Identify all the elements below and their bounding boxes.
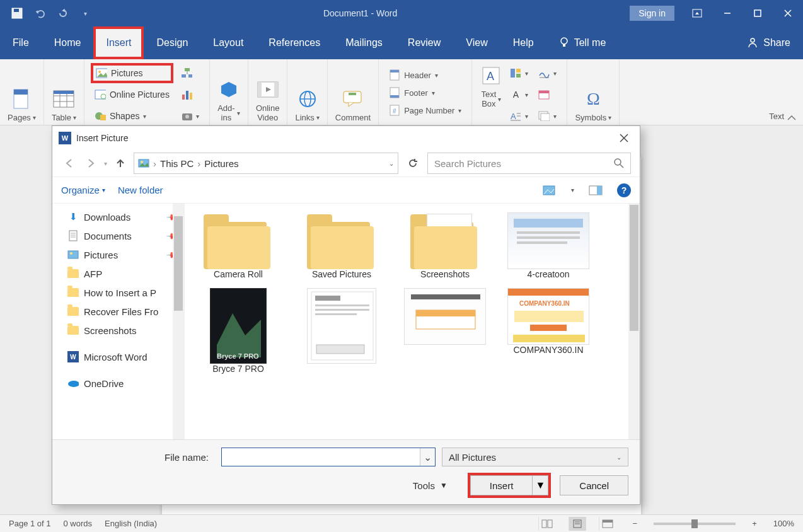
signature-line-button[interactable]: ▾ (536, 64, 559, 82)
insert-button[interactable]: Insert (470, 475, 533, 495)
share-button[interactable]: Share (734, 37, 803, 49)
insert-dropdown-icon[interactable]: ▼ (532, 475, 548, 495)
file-type-filter[interactable]: All Pictures⌄ (442, 448, 628, 466)
refresh-icon[interactable] (403, 153, 422, 174)
read-mode-icon[interactable] (538, 517, 556, 531)
address-dropdown-icon[interactable]: ⌄ (389, 160, 394, 167)
file-item-doc2[interactable] (395, 288, 495, 374)
tab-review[interactable]: Review (395, 26, 453, 59)
zoom-slider[interactable] (654, 523, 736, 525)
header-button[interactable]: Header▾ (386, 66, 441, 84)
web-layout-icon[interactable] (599, 517, 616, 531)
tree-item-onedrive[interactable]: OneDrive (52, 374, 184, 393)
pictures-button[interactable]: Pictures (92, 64, 172, 82)
ribbon-group-comment[interactable]: Comment (328, 59, 379, 125)
file-item-doc1[interactable] (292, 288, 391, 374)
shapes-button[interactable]: Shapes▾ (92, 107, 172, 125)
breadcrumb-this-pc[interactable]: This PC (160, 158, 194, 169)
tree-item-afp[interactable]: AFP (52, 264, 184, 283)
file-item-screenshots[interactable]: Screenshots (395, 212, 495, 279)
date-time-button[interactable] (536, 86, 559, 103)
file-name-input[interactable]: ⌄ (221, 448, 436, 466)
tab-help[interactable]: Help (500, 26, 546, 59)
tree-item-word[interactable]: WMicrosoft Word (52, 347, 184, 366)
tab-home[interactable]: Home (42, 26, 94, 59)
tab-mailings[interactable]: Mailings (333, 26, 395, 59)
status-language[interactable]: English (India) (105, 519, 157, 528)
zoom-level[interactable]: 100% (773, 519, 794, 528)
tree-scrollbar[interactable] (173, 204, 184, 439)
minimize-icon[interactable] (712, 0, 742, 26)
collapse-ribbon-icon[interactable] (787, 115, 797, 121)
ribbon-group-symbols[interactable]: Ω Symbols▾ (567, 59, 620, 125)
ribbon-group-pages[interactable]: Pages▾ (0, 59, 44, 125)
zoom-out-icon[interactable]: − (629, 519, 642, 528)
quick-parts-button[interactable]: ▾ (507, 64, 531, 82)
ribbon-group-addins[interactable]: Add- ins▾ (210, 59, 248, 125)
new-folder-button[interactable]: New folder (118, 185, 163, 195)
tab-references[interactable]: References (256, 26, 333, 59)
undo-icon[interactable] (34, 8, 45, 19)
tree-item-pictures[interactable]: Pictures📌 (52, 245, 184, 264)
nav-recent-icon[interactable]: ▾ (104, 160, 107, 167)
smartart-button[interactable] (178, 64, 202, 82)
search-input[interactable]: Search Pictures (427, 153, 631, 174)
files-scrollbar[interactable] (628, 204, 640, 439)
tab-layout[interactable]: Layout (200, 26, 256, 59)
preview-pane-button[interactable] (587, 183, 604, 197)
address-bar[interactable]: › This PC › Pictures ⌄ (134, 153, 398, 174)
print-layout-icon[interactable] (569, 517, 586, 531)
ribbon-group-table[interactable]: Table▾ (44, 59, 84, 125)
qat-dropdown-icon[interactable]: ▾ (79, 8, 91, 19)
save-icon[interactable] (11, 8, 23, 19)
signin-button[interactable]: Sign in (630, 6, 674, 21)
tab-view[interactable]: View (453, 26, 500, 59)
ribbon-group-links[interactable]: Links▾ (287, 59, 327, 125)
object-button[interactable]: ▾ (536, 107, 559, 125)
online-pictures-button[interactable]: Online Pictures (92, 86, 172, 103)
chart-button[interactable] (178, 86, 202, 103)
redo-icon[interactable] (57, 8, 68, 19)
view-mode-dropdown-icon[interactable]: ▾ (571, 187, 574, 194)
file-item-company360[interactable]: COMPANY360.INCOMPANY360.IN (499, 288, 598, 374)
screenshot-button[interactable]: ▾ (178, 107, 202, 125)
nav-up-icon[interactable] (112, 155, 129, 171)
file-item-camera-roll[interactable]: Camera Roll (188, 212, 288, 279)
organize-button[interactable]: Organize ▾ (61, 185, 105, 195)
breadcrumb-pictures[interactable]: Pictures (204, 158, 238, 169)
status-page[interactable]: Page 1 of 1 (9, 519, 51, 528)
file-name-dropdown-icon[interactable]: ⌄ (420, 448, 435, 466)
tab-design[interactable]: Design (144, 26, 200, 59)
tree-item-downloads[interactable]: ⬇Downloads📌 (52, 207, 184, 226)
tree-item-screenshots[interactable]: Screenshots (52, 321, 184, 340)
svg-rect-105 (603, 520, 613, 523)
tree-item-documents[interactable]: Documents📌 (52, 226, 184, 245)
tree-item-howto[interactable]: How to Insert a P (52, 283, 184, 302)
tab-file[interactable]: File (0, 26, 42, 59)
ribbon-display-icon[interactable] (682, 0, 712, 26)
file-item-4creatoon[interactable]: 4-creatoon (499, 212, 598, 279)
help-icon[interactable]: ? (617, 183, 631, 197)
tree-item-recover[interactable]: Recover Files Fro (52, 302, 184, 321)
tell-me-search[interactable]: Tell me (546, 37, 619, 49)
view-mode-button[interactable] (541, 183, 558, 197)
dialog-close-icon[interactable] (615, 129, 633, 147)
footer-button[interactable]: Footer▾ (386, 84, 437, 101)
file-item-bryce[interactable]: Bryce 7 PROBryce 7 PRO (188, 288, 288, 374)
nav-back-icon[interactable] (61, 155, 78, 171)
maximize-icon[interactable] (742, 0, 773, 26)
wordart-button[interactable]: A▾ (507, 86, 531, 103)
ribbon-group-online-video[interactable]: Online Video (248, 59, 288, 125)
nav-forward-icon[interactable] (83, 155, 99, 171)
close-icon[interactable] (773, 0, 803, 26)
zoom-in-icon[interactable]: + (748, 519, 761, 528)
object-icon (538, 110, 550, 122)
file-item-saved-pictures[interactable]: Saved Pictures (292, 212, 391, 279)
svg-rect-20 (95, 90, 106, 99)
cancel-button[interactable]: Cancel (560, 475, 628, 495)
page-number-button[interactable]: #Page Number▾ (386, 101, 464, 119)
dropcap-button[interactable]: A▾ (507, 107, 531, 125)
tab-insert[interactable]: Insert (93, 26, 144, 59)
tools-button[interactable]: Tools▼ (413, 480, 448, 491)
status-words[interactable]: 0 words (64, 519, 93, 528)
